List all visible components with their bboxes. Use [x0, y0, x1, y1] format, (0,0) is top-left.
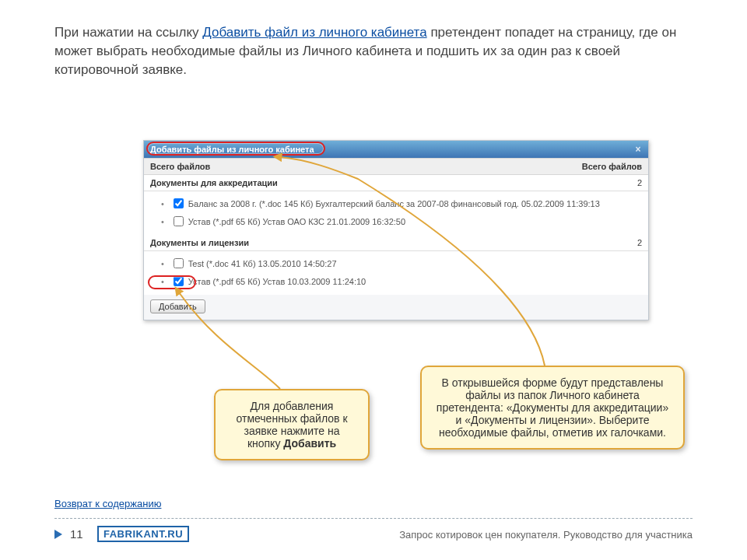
header-right: Всего файлов [582, 162, 642, 171]
section-name: Документы и лицензии [150, 238, 249, 247]
return-link-wrap: Возврат к содержанию [54, 498, 161, 509]
dialog-header-row: Всего файлов Всего файлов [144, 158, 648, 175]
file-checkbox[interactable] [174, 198, 184, 208]
section-name: Документы для аккредитации [150, 178, 278, 187]
note-file-folders: В открывшейся форме будут представлены ф… [420, 366, 685, 450]
add-files-dialog: Добавить файлы из личного кабинета × Все… [143, 140, 649, 320]
brand-name: FABRIKANT [103, 528, 164, 540]
intro-paragraph: При нажатии на ссылку Добавить файл из л… [54, 23, 693, 79]
section-head-1: Документы и лицензии 2 [144, 235, 648, 251]
close-icon[interactable]: × [633, 144, 644, 155]
file-checkbox[interactable] [174, 276, 184, 286]
file-checkbox[interactable] [174, 216, 184, 226]
dialog-title: Добавить файлы из личного кабинета [150, 145, 314, 154]
file-label: Устав (*.pdf 65 Кб) Устав 10.03.2009 11:… [188, 277, 366, 286]
note-add-button: Для добавления отмеченных файлов к заявк… [214, 389, 370, 460]
dialog-titlebar: Добавить файлы из личного кабинета × [144, 141, 648, 158]
footer-caption: Запрос котировок цен покупателя. Руковод… [399, 529, 693, 541]
page-number: 11 [70, 527, 83, 541]
brand-logo: FABRIKANT.RU [97, 526, 189, 542]
note-text: В открывшейся форме будут представлены ф… [437, 376, 668, 439]
file-list-1: Test (*.doc 41 Кб) 13.05.2010 14:50:27 У… [144, 251, 648, 295]
brand-suffix: .RU [164, 528, 183, 540]
footer-divider [54, 518, 693, 519]
section-count: 2 [637, 238, 642, 247]
header-left: Всего файлов [150, 162, 210, 171]
add-button[interactable]: Добавить [150, 299, 205, 313]
file-label: Test (*.doc 41 Кб) 13.05.2010 14:50:27 [188, 259, 337, 268]
intro-text-pre: При нажатии на ссылку [54, 25, 202, 40]
play-icon [54, 530, 62, 539]
list-item: Устав (*.pdf 65 Кб) Устав 10.03.2009 11:… [144, 272, 648, 290]
file-checkbox[interactable] [174, 258, 184, 268]
list-item: Test (*.doc 41 Кб) 13.05.2010 14:50:27 [144, 254, 648, 272]
section-count: 2 [637, 178, 642, 187]
section-head-0: Документы для аккредитации 2 [144, 175, 648, 191]
return-link[interactable]: Возврат к содержанию [54, 498, 161, 509]
file-label: Устав (*.pdf 65 Кб) Устав ОАО КЗС 21.01.… [188, 217, 405, 226]
list-item: Устав (*.pdf 65 Кб) Устав ОАО КЗС 21.01.… [144, 212, 648, 230]
add-file-link[interactable]: Добавить файл из личного кабинета [202, 25, 426, 40]
dialog-footer: Добавить [144, 295, 648, 320]
note-bold: Добавить [283, 437, 336, 450]
file-list-0: Баланс за 2008 г. (*.doc 145 Кб) Бухгалт… [144, 191, 648, 235]
list-item: Баланс за 2008 г. (*.doc 145 Кб) Бухгалт… [144, 194, 648, 212]
file-label: Баланс за 2008 г. (*.doc 145 Кб) Бухгалт… [188, 199, 600, 208]
